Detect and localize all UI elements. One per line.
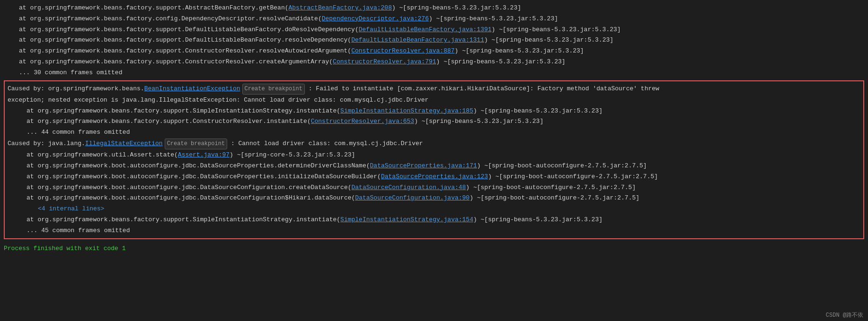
link-datasource-config-2[interactable]: DataSourceConfiguration.java:90 xyxy=(355,193,469,203)
link-dependency-descriptor[interactable]: DependencyDescriptor.java:276 xyxy=(322,14,429,24)
stack-line-1: at org.springframework.beans.factory.sup… xyxy=(0,3,868,14)
internal-lines: <4 internal lines> xyxy=(8,204,860,215)
stack-line-4: at org.springframework.beans.factory.sup… xyxy=(0,35,868,46)
omitted-frames-2: ... 44 common frames omitted xyxy=(8,127,860,138)
exception-block: Caused by: org.springframework.beans.Bea… xyxy=(4,80,864,239)
caused-by-1-stack-2: at org.springframework.beans.factory.sup… xyxy=(8,116,860,127)
caused-by-1: Caused by: org.springframework.beans.Bea… xyxy=(8,83,860,95)
watermark: CSDN @路不依 xyxy=(821,309,868,321)
caused-by-2-stack-4: at org.springframework.boot.autoconfigur… xyxy=(8,182,860,193)
link-default-listable-1[interactable]: DefaultListableBeanFactory.java:1391 xyxy=(359,25,492,35)
link-abstract-bean-factory[interactable]: AbstractBeanFactory.java:208 xyxy=(289,3,392,13)
link-default-listable-2[interactable]: DefaultListableBeanFactory.java:1311 xyxy=(351,35,484,45)
stack-line-3: at org.springframework.beans.factory.sup… xyxy=(0,25,868,35)
bean-instantiation-exception-link[interactable]: BeanInstantiationException xyxy=(144,84,240,94)
link-datasource-props-2[interactable]: DataSourceProperties.java:123 xyxy=(381,172,488,182)
breakpoint-btn-2[interactable]: Create breakpoint xyxy=(165,139,227,149)
console-output: at org.springframework.beans.factory.sup… xyxy=(0,0,868,256)
omitted-frames-1: ... 30 common frames omitted xyxy=(0,68,868,78)
caused-by-2-stack-6: at org.springframework.beans.factory.sup… xyxy=(8,215,860,226)
caused-by-2: Caused by: java.lang.IllegalStateExcepti… xyxy=(8,138,860,150)
link-simple-instantiation-2[interactable]: SimpleInstantiationStrategy.java:154 xyxy=(340,215,473,225)
omitted-frames-3: ... 45 common frames omitted xyxy=(8,226,860,236)
caused-by-1-line2: exception; nested exception is java.lang… xyxy=(8,95,860,106)
link-assert[interactable]: Assert.java:97 xyxy=(178,150,230,160)
stack-line-6: at org.springframework.beans.factory.sup… xyxy=(0,57,868,68)
stack-line-2: at org.springframework.beans.factory.con… xyxy=(0,14,868,25)
link-constructor-resolver-3[interactable]: ConstructorResolver.java:653 xyxy=(311,117,414,127)
caused-by-2-stack-5: at org.springframework.boot.autoconfigur… xyxy=(8,193,860,204)
illegal-state-exception-link[interactable]: IllegalStateException xyxy=(85,139,163,149)
caused-by-2-stack-3: at org.springframework.boot.autoconfigur… xyxy=(8,172,860,182)
stack-line-5: at org.springframework.beans.factory.sup… xyxy=(0,46,868,57)
link-simple-instantiation-1[interactable]: SimpleInstantiationStrategy.java:185 xyxy=(340,106,473,116)
caused-by-1-stack-1: at org.springframework.beans.factory.sup… xyxy=(8,106,860,117)
process-finished: Process finished with exit code 1 xyxy=(0,241,868,256)
link-constructor-resolver-1[interactable]: ConstructorResolver.java:887 xyxy=(351,46,454,56)
link-datasource-config-1[interactable]: DataSourceConfiguration.java:48 xyxy=(352,183,466,193)
breakpoint-btn-1[interactable]: Create breakpoint xyxy=(242,84,305,95)
caused-by-2-stack-2: at org.springframework.boot.autoconfigur… xyxy=(8,161,860,172)
link-datasource-props-1[interactable]: DataSourceProperties.java:171 xyxy=(370,161,477,171)
link-constructor-resolver-2[interactable]: ConstructorResolver.java:791 xyxy=(333,57,436,67)
caused-by-2-stack-1: at org.springframework.util.Assert.state… xyxy=(8,150,860,161)
